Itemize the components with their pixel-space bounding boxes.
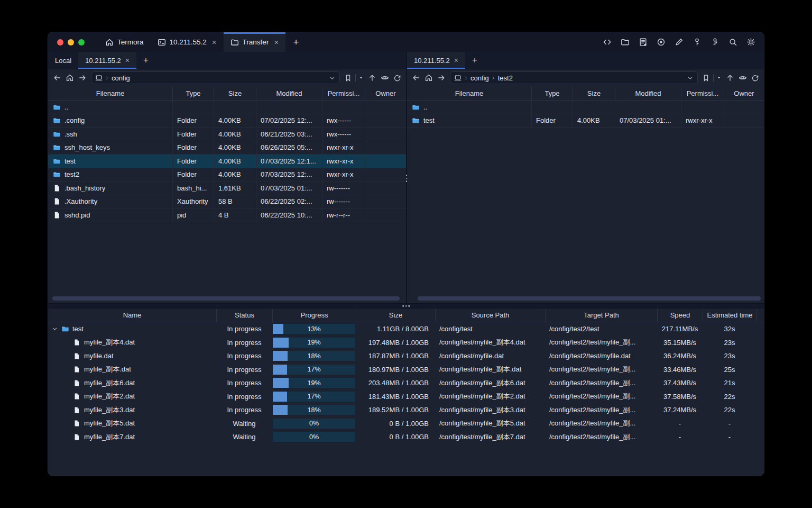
col-size[interactable]: Size bbox=[214, 86, 256, 100]
col-modified[interactable]: Modified bbox=[256, 86, 322, 100]
path-dropdown-button[interactable] bbox=[329, 75, 336, 81]
left_panel-path-bar[interactable]: config bbox=[91, 71, 340, 84]
transfer-row[interactable]: myfile_副本.datIn progress17%180.97MB / 1.… bbox=[48, 363, 764, 377]
col-type[interactable]: Type bbox=[172, 86, 214, 100]
search-button[interactable] bbox=[728, 38, 737, 47]
window-tab-termora[interactable]: Termora bbox=[98, 32, 151, 52]
upload-button[interactable] bbox=[726, 74, 734, 82]
folder-button[interactable] bbox=[621, 38, 630, 47]
path-dropdown-button[interactable] bbox=[687, 75, 694, 81]
transfer-row[interactable]: myfile_副本2.datIn progress17%181.43MB / 1… bbox=[48, 390, 764, 404]
edit-button[interactable] bbox=[675, 38, 684, 47]
file-row[interactable]: testFolder4.00KB07/03/2025 12:1...rwxr-x… bbox=[48, 155, 406, 168]
refresh-button[interactable] bbox=[393, 74, 401, 82]
file-row[interactable]: .. bbox=[48, 101, 406, 114]
path-segment[interactable]: config bbox=[112, 74, 130, 82]
new-tab-button[interactable]: + bbox=[285, 32, 307, 52]
traffic-lights bbox=[57, 32, 85, 52]
refresh-button[interactable] bbox=[751, 74, 759, 82]
expand-chevron-icon[interactable] bbox=[51, 325, 58, 332]
zoom-window-button[interactable] bbox=[78, 39, 85, 46]
transfer-speed: 35.15MB/s bbox=[657, 336, 703, 350]
minimize-window-button[interactable] bbox=[68, 39, 74, 46]
col-owner[interactable]: Owner bbox=[724, 86, 764, 100]
right_panel-tab-10.211.55.2[interactable]: 10.211.55.2× bbox=[407, 52, 465, 69]
show-hidden-button[interactable] bbox=[381, 74, 389, 82]
forward-button[interactable] bbox=[437, 74, 446, 82]
record-button[interactable] bbox=[657, 38, 666, 47]
transfer-row[interactable]: myfile_副本5.datWaiting0%0 B / 1.00GB/conf… bbox=[48, 417, 764, 431]
transfer-row[interactable]: myfile_副本6.datIn progress19%203.48MB / 1… bbox=[48, 376, 764, 390]
file-row[interactable]: .sshFolder4.00KB06/21/2025 03:...rwx----… bbox=[48, 128, 406, 141]
transfer-row[interactable]: myfile.datIn progress18%187.87MB / 1.00G… bbox=[48, 349, 764, 363]
left_panel-new-tab-button[interactable]: + bbox=[136, 52, 155, 69]
transfer-row[interactable]: myfile_副本3.datIn progress18%189.52MB / 1… bbox=[48, 403, 764, 417]
close-icon[interactable]: × bbox=[212, 38, 217, 46]
show-hidden-button[interactable] bbox=[739, 74, 747, 82]
right_panel-path-bar[interactable]: configtest2 bbox=[450, 71, 698, 84]
file-row[interactable]: ssh_host_keysFolder4.00KB06/26/2025 05:.… bbox=[48, 141, 406, 155]
col-modified[interactable]: Modified bbox=[615, 86, 681, 100]
home-button[interactable] bbox=[425, 74, 433, 82]
left_panel-tab-local[interactable]: Local bbox=[48, 52, 78, 69]
col-progress[interactable]: Progress bbox=[272, 309, 356, 322]
col-size[interactable]: Size bbox=[573, 86, 615, 100]
col-filename[interactable]: Filename bbox=[407, 86, 531, 100]
keychain-button[interactable] bbox=[710, 38, 719, 47]
horizontal-scrollbar[interactable] bbox=[52, 296, 400, 301]
col-speed[interactable]: Speed bbox=[657, 309, 703, 322]
arrow-left-icon bbox=[53, 74, 61, 82]
close-icon[interactable]: × bbox=[274, 38, 279, 46]
path-segment[interactable]: test2 bbox=[498, 74, 513, 82]
col-filename[interactable]: Filename bbox=[48, 86, 172, 100]
window-tab-10.211.55.2[interactable]: 10.211.55.2× bbox=[151, 32, 224, 52]
path-segment[interactable]: config bbox=[470, 74, 489, 82]
close-icon[interactable]: × bbox=[125, 56, 130, 65]
transfer-row[interactable]: myfile_副本4.datIn progress19%197.48MB / 1… bbox=[48, 336, 764, 350]
home-button[interactable] bbox=[66, 74, 74, 82]
file-row[interactable]: .bash_historybash_hi...1.61KB07/03/2025 … bbox=[48, 182, 406, 195]
panel-tab-label: 10.211.55.2 bbox=[85, 57, 121, 65]
col-status[interactable]: Status bbox=[216, 309, 272, 322]
transfer-row[interactable]: testIn progress13%1.11GB / 8.00GB/config… bbox=[48, 322, 764, 336]
close-icon[interactable]: × bbox=[454, 56, 458, 65]
transfer-target-path: /config/test2/test/myfile.dat bbox=[545, 349, 657, 363]
file-row[interactable]: .. bbox=[407, 101, 764, 114]
file-row[interactable]: test2Folder4.00KB07/03/2025 12:...rwxr-x… bbox=[48, 168, 406, 182]
horizontal-splitter[interactable] bbox=[48, 303, 764, 309]
back-button[interactable] bbox=[412, 74, 420, 82]
bookmark-button[interactable] bbox=[344, 74, 364, 82]
window-tab-transfer[interactable]: Transfer× bbox=[224, 32, 286, 52]
horizontal-splitter-handle[interactable] bbox=[402, 305, 410, 307]
col-target-path[interactable]: Target Path bbox=[545, 309, 657, 322]
bookmark-button[interactable] bbox=[702, 74, 722, 82]
col-type[interactable]: Type bbox=[531, 86, 573, 100]
folder-fill-icon bbox=[53, 157, 61, 165]
col-name[interactable]: Name bbox=[48, 309, 216, 322]
transfer-target-path: /config/test2/test/myfile_副... bbox=[545, 376, 657, 390]
log-button[interactable] bbox=[639, 38, 648, 47]
col-owner[interactable]: Owner bbox=[365, 86, 406, 100]
left_panel-tab-10.211.55.2[interactable]: 10.211.55.2× bbox=[78, 52, 136, 69]
col-estimated-time[interactable]: Estimated time bbox=[703, 309, 756, 322]
col-size[interactable]: Size bbox=[356, 309, 435, 322]
col-permissi...[interactable]: Permissi... bbox=[322, 86, 365, 100]
code-button[interactable] bbox=[603, 38, 612, 47]
upload-button[interactable] bbox=[368, 74, 376, 82]
forward-button[interactable] bbox=[78, 74, 87, 82]
transfer-row[interactable]: myfile_副本7.datWaiting0%0 B / 1.00GB/conf… bbox=[48, 430, 764, 444]
key-button[interactable] bbox=[693, 38, 702, 47]
folder-fill-icon bbox=[53, 130, 61, 138]
transfer-speed: 37.43MB/s bbox=[657, 376, 703, 390]
back-button[interactable] bbox=[53, 74, 61, 82]
col-permissi...[interactable]: Permissi... bbox=[681, 86, 724, 100]
file-row[interactable]: sshd.pidpid4 B06/22/2025 10:...rw-r--r-- bbox=[48, 208, 406, 222]
file-row[interactable]: testFolder4.00KB07/03/2025 01:...rwxr-xr… bbox=[407, 114, 764, 128]
close-window-button[interactable] bbox=[57, 39, 63, 46]
file-row[interactable]: .configFolder4.00KB07/02/2025 12:...rwx-… bbox=[48, 114, 406, 128]
file-row[interactable]: .XauthorityXauthority58 B06/22/2025 02:.… bbox=[48, 195, 406, 209]
right_panel-new-tab-button[interactable]: + bbox=[465, 52, 484, 69]
horizontal-scrollbar[interactable] bbox=[418, 296, 761, 301]
col-source-path[interactable]: Source Path bbox=[435, 309, 545, 322]
settings-button[interactable] bbox=[746, 38, 755, 47]
